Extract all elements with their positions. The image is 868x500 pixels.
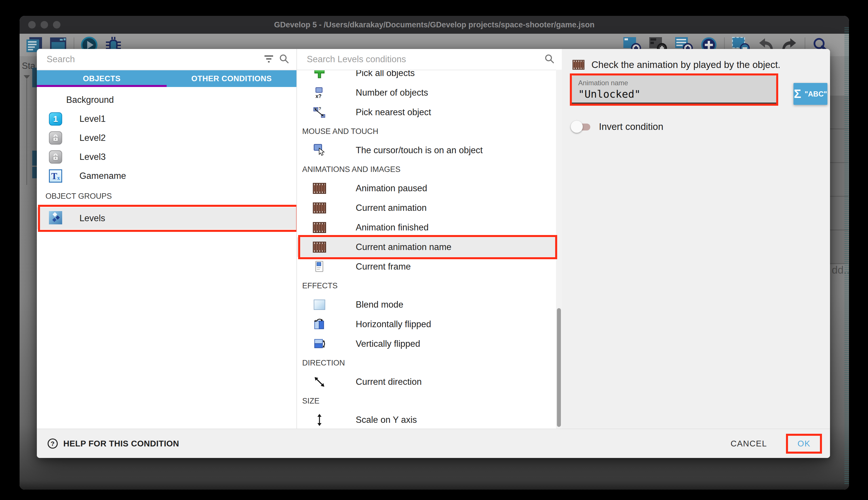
- condition-row[interactable]: Animation finished: [297, 218, 562, 237]
- object-row-level2[interactable]: Level2: [37, 128, 296, 147]
- search-icon: [544, 54, 554, 65]
- help-button[interactable]: ? HELP FOR THIS CONDITION: [47, 438, 179, 449]
- condition-row[interactable]: Pick all objects: [297, 70, 562, 83]
- condition-dialog: OBJECTS OTHER CONDITIONS Background1Leve…: [37, 49, 830, 458]
- condition-label: Animation finished: [356, 222, 429, 233]
- active-tab-underline: [37, 85, 167, 87]
- condition-label: Blend mode: [356, 299, 403, 310]
- filter-icon[interactable]: [264, 55, 273, 64]
- condition-label: Pick nearest object: [356, 107, 431, 117]
- svg-text:x?: x?: [315, 93, 321, 99]
- tree-indent-marker: [24, 75, 30, 79]
- grouplevels-icon: [49, 211, 62, 226]
- window-title: GDevelop 5 - /Users/dkarakay/Documents/G…: [274, 21, 594, 30]
- cancel-button[interactable]: CANCEL: [723, 434, 774, 453]
- object-row-background[interactable]: Background: [37, 90, 296, 110]
- film-icon: [312, 183, 327, 194]
- section-header: SIZE: [297, 392, 562, 410]
- annotation-box-levels: [38, 205, 296, 232]
- animation-name-field[interactable]: Animation name "Unlocked": [572, 76, 776, 104]
- objects-panel: OBJECTS OTHER CONDITIONS Background1Leve…: [37, 49, 297, 429]
- film-icon: [312, 222, 327, 233]
- close-window-icon: [28, 21, 36, 29]
- condition-label: Animation paused: [356, 183, 427, 194]
- object-row-level3[interactable]: Level3: [37, 147, 296, 167]
- condition-label: Horizontally flipped: [356, 319, 431, 329]
- scrollbar-thumb[interactable]: [557, 308, 561, 427]
- object-label: Level1: [80, 114, 106, 124]
- film-icon: [312, 242, 327, 253]
- objects-tabs: OBJECTS OTHER CONDITIONS: [37, 70, 296, 87]
- condition-description: Check the animation by played by the obj…: [572, 59, 781, 70]
- desktop-edge-noise: [844, 27, 849, 484]
- help-icon: ?: [47, 438, 58, 449]
- condition-label: Current animation name: [356, 242, 451, 252]
- objects-search-input[interactable]: [46, 54, 258, 65]
- section-header: MOUSE AND TOUCH: [297, 122, 562, 140]
- lock-icon: [49, 131, 62, 145]
- blend-icon: [312, 299, 327, 310]
- ok-button[interactable]: OK: [788, 435, 820, 452]
- invert-condition-label: Invert condition: [599, 121, 664, 132]
- direction-icon: [312, 376, 327, 388]
- condition-config-panel: Check the animation by played by the obj…: [562, 49, 830, 429]
- condition-row[interactable]: Current direction: [297, 372, 562, 392]
- conditions-scrollbar[interactable]: [556, 70, 562, 429]
- search-icon: [279, 54, 289, 65]
- group-row-levels[interactable]: Levels: [37, 207, 296, 229]
- section-header: DIRECTION: [297, 354, 562, 372]
- cursor-icon: [312, 144, 327, 157]
- condition-row[interactable]: x?Number of objects: [297, 83, 562, 103]
- lock-icon: [49, 150, 62, 163]
- fliph-icon: [312, 318, 327, 331]
- invert-condition-toggle[interactable]: [572, 122, 591, 131]
- object-groups-header: OBJECT GROUPS: [37, 189, 296, 203]
- condition-row[interactable]: Animation paused: [297, 179, 562, 198]
- condition-row[interactable]: Scale on Y axis: [297, 410, 562, 429]
- group-label: Levels: [80, 213, 105, 224]
- condition-row[interactable]: ?Pick nearest object: [297, 103, 562, 122]
- textobj-icon: Tx: [49, 169, 62, 183]
- field-label: Animation name: [578, 79, 770, 87]
- condition-row[interactable]: Current animation: [297, 198, 562, 218]
- titlebar: GDevelop 5 - /Users/dkarakay/Documents/G…: [20, 16, 849, 34]
- condition-row[interactable]: Vertically flipped: [297, 334, 562, 354]
- svg-text:?: ?: [51, 440, 55, 447]
- condition-label: Pick all objects: [356, 70, 415, 78]
- condition-row[interactable]: Blend mode: [297, 295, 562, 315]
- condition-row[interactable]: Horizontally flipped: [297, 315, 562, 334]
- condition-row[interactable]: The cursor/touch is on an object: [297, 140, 562, 160]
- traffic-lights: [28, 21, 60, 29]
- expression-editor-button[interactable]: Σ "ABC": [794, 83, 828, 105]
- condition-label: Number of objects: [356, 88, 428, 98]
- condition-label: The cursor/touch is on an object: [356, 145, 483, 156]
- section-header: EFFECTS: [297, 276, 562, 295]
- scaley-icon: [312, 413, 327, 426]
- minimize-window-icon: [40, 21, 48, 29]
- condition-label: Current frame: [356, 262, 411, 272]
- svg-text:?: ?: [319, 106, 321, 111]
- condition-row[interactable]: Current frame: [297, 257, 562, 276]
- objects-list: Background1Level1Level2Level3TxGamenameO…: [37, 87, 296, 429]
- conditions-list: Pick all objectsx?Number of objects?Pick…: [297, 70, 562, 429]
- level1-icon: 1: [49, 112, 62, 126]
- object-label: Background: [66, 95, 114, 105]
- tree-indent-line: [26, 79, 27, 185]
- object-label: Level2: [80, 133, 106, 143]
- frame-icon: [312, 261, 327, 273]
- object-row-gamename[interactable]: TxGamename: [37, 167, 296, 185]
- conditions-search-input[interactable]: [306, 54, 539, 65]
- tab-objects[interactable]: OBJECTS: [37, 70, 167, 87]
- object-label: Gamename: [80, 171, 126, 181]
- condition-row[interactable]: Current animation name: [297, 237, 562, 257]
- picknearest-icon: ?: [312, 106, 327, 119]
- condition-label: Current animation: [356, 203, 426, 213]
- condition-label: Current direction: [356, 377, 422, 387]
- object-label: Level3: [80, 152, 106, 162]
- pickall-icon: [312, 70, 327, 79]
- condition-label: Vertically flipped: [356, 339, 420, 349]
- field-value: "Unlocked": [578, 88, 770, 100]
- tab-other-conditions[interactable]: OTHER CONDITIONS: [167, 70, 296, 87]
- object-row-level1[interactable]: 1Level1: [37, 110, 296, 128]
- animation-icon: [572, 60, 584, 70]
